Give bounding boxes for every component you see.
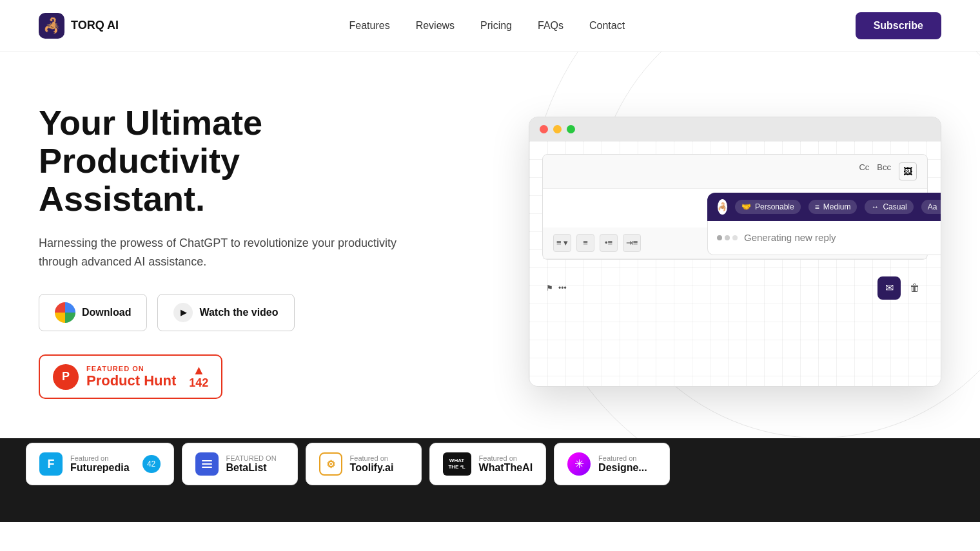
nav-contact[interactable]: Contact [589, 20, 625, 32]
subscribe-button[interactable]: Subscribe [856, 12, 941, 39]
futurepedia-logo: F [39, 452, 63, 476]
ai-logo-icon: 🦂 [718, 199, 727, 215]
nav-faqs[interactable]: FAQs [538, 20, 564, 32]
nav-features[interactable]: Features [349, 20, 389, 32]
product-hunt-badge[interactable]: P FEATURED ON Product Hunt ▲ 142 [39, 354, 222, 399]
whatai-logo: WHAT THE *L [443, 452, 471, 476]
casual-icon: ↔ [871, 202, 879, 211]
ph-featured-label: FEATURED ON [86, 365, 176, 372]
toolify-name: Toolify.ai [350, 462, 394, 474]
download-label: Download [82, 307, 131, 318]
ai-header: 🦂 🤝 Personable ≡ Medium ↔ C [707, 193, 941, 221]
betalist-logo [195, 452, 219, 476]
ph-arrow-icon: ▲ [192, 363, 205, 376]
loading-dots [717, 235, 738, 240]
flag-icon: ⚑ [546, 284, 553, 293]
casual-label: Casual [883, 202, 906, 211]
send-button[interactable]: ✉ [877, 276, 901, 300]
format-bullet-list[interactable]: •≡ [600, 234, 618, 252]
whatai-featured: Featured on [479, 454, 533, 462]
format-align-left[interactable]: ≡ ▾ [553, 234, 571, 252]
email-topbar: Cc Bcc 🖼 [543, 155, 927, 189]
futurepedia-featured: Featured on [70, 454, 130, 462]
ai-popup: 🦂 🤝 Personable ≡ Medium ↔ C [707, 193, 941, 255]
ph-text: FEATURED ON Product Hunt [86, 365, 176, 389]
email-compose-area: Cc Bcc 🖼 ≡ ▾ ≡ •≡ ⇥≡ [542, 154, 928, 306]
logo-emoji: 🦂 [43, 17, 61, 34]
dot-3 [732, 235, 738, 240]
futurepedia-badge[interactable]: F Featured on Futurepedia 42 [26, 443, 174, 485]
designer-logo: ✳ [567, 452, 591, 476]
dot-minimize [553, 125, 562, 133]
toolify-logo: ⚙ [319, 452, 342, 476]
send-icon: ✉ [885, 282, 894, 294]
action-row: ⚑ ••• ✉ 🗑 [542, 270, 928, 306]
ph-number: 142 [189, 376, 208, 390]
format-indent[interactable]: ⇥≡ [623, 234, 641, 252]
betalist-badge[interactable]: FEATURED ON BetaList [182, 443, 298, 485]
english-icon: Aa [928, 202, 937, 211]
logo-icon: 🦂 [39, 13, 64, 39]
futurepedia-name: Futurepedia [70, 462, 130, 474]
more-icon[interactable]: ••• [558, 284, 567, 293]
hero-section: Your Ultimate Productivity Assistant. Ha… [0, 52, 980, 438]
dot-maximize [567, 125, 575, 133]
play-icon: ▶ [173, 303, 193, 322]
featured-badges-section: F Featured on Futurepedia 42 FEATURED ON… [0, 438, 980, 490]
ai-tag-personable[interactable]: 🤝 Personable [735, 200, 801, 214]
personable-label: Personable [755, 202, 794, 211]
whatai-name: WhatTheAI [479, 462, 533, 474]
betalist-name: BetaList [226, 462, 277, 474]
browser-content: Cc Bcc 🖼 ≡ ▾ ≡ •≡ ⇥≡ [529, 141, 941, 386]
nav-reviews[interactable]: Reviews [416, 20, 455, 32]
futurepedia-text: Featured on Futurepedia [70, 454, 130, 474]
bcc-button[interactable]: Bcc [877, 162, 891, 180]
action-right: ✉ 🗑 [877, 276, 924, 300]
hero-subtitle: Harnessing the prowess of ChatGPT to rev… [39, 234, 400, 271]
ph-name: Product Hunt [86, 372, 176, 389]
watch-video-button[interactable]: ▶ Watch the video [157, 294, 294, 331]
ph-logo: P [53, 364, 79, 390]
designer-featured: Featured on [598, 454, 647, 462]
bottom-strip [0, 490, 980, 522]
delete-button[interactable]: 🗑 [906, 279, 924, 297]
download-button[interactable]: Download [39, 294, 147, 331]
navbar: 🦂 TORQ AI Features Reviews Pricing FAQs … [0, 0, 980, 52]
ai-tag-casual[interactable]: ↔ Casual [865, 200, 913, 214]
cc-button[interactable]: Cc [859, 162, 869, 180]
toolify-featured: Featured on [350, 454, 394, 462]
watch-label: Watch the video [199, 307, 278, 318]
designer-text: Featured on Designe... [598, 454, 647, 474]
nav-pricing[interactable]: Pricing [480, 20, 512, 32]
attach-icon[interactable]: 🖼 [899, 162, 917, 180]
logo[interactable]: 🦂 TORQ AI [39, 13, 119, 39]
whatai-badge[interactable]: WHAT THE *L Featured on WhatTheAI [429, 443, 547, 485]
designer-badge[interactable]: ✳ Featured on Designe... [554, 443, 670, 485]
dot-1 [717, 235, 722, 240]
browser-mockup: Cc Bcc 🖼 ≡ ▾ ≡ •≡ ⇥≡ [529, 117, 941, 387]
medium-label: Medium [823, 202, 851, 211]
dot-close [540, 125, 548, 133]
whatai-text: Featured on WhatTheAI [479, 454, 533, 474]
ai-tag-medium[interactable]: ≡ Medium [808, 200, 858, 214]
nav-links: Features Reviews Pricing FAQs Contact [349, 20, 625, 32]
browser-topbar [529, 117, 941, 141]
trash-icon: 🗑 [910, 282, 920, 294]
personable-icon: 🤝 [741, 202, 751, 211]
browser-window: Cc Bcc 🖼 ≡ ▾ ≡ •≡ ⇥≡ [529, 117, 941, 387]
ai-tag-english[interactable]: Aa English [921, 200, 941, 214]
ai-input-row: Generating new reply ↻ [707, 221, 941, 255]
english-label: English [941, 202, 941, 211]
generating-text: Generating new reply [744, 232, 941, 243]
hero-content: Your Ultimate Productivity Assistant. Ha… [39, 104, 400, 400]
designer-name: Designe... [598, 462, 647, 474]
hero-buttons: Download ▶ Watch the video [39, 294, 400, 331]
futurepedia-count: 42 [142, 455, 161, 473]
ph-count: ▲ 142 [189, 363, 208, 390]
action-left: ⚑ ••• [546, 284, 567, 293]
format-numbered-list[interactable]: ≡ [576, 234, 594, 252]
logo-text: TORQ AI [71, 19, 119, 32]
betalist-featured: FEATURED ON [226, 454, 277, 462]
chrome-icon [55, 302, 75, 323]
toolify-badge[interactable]: ⚙ Featured on Toolify.ai [306, 443, 422, 485]
